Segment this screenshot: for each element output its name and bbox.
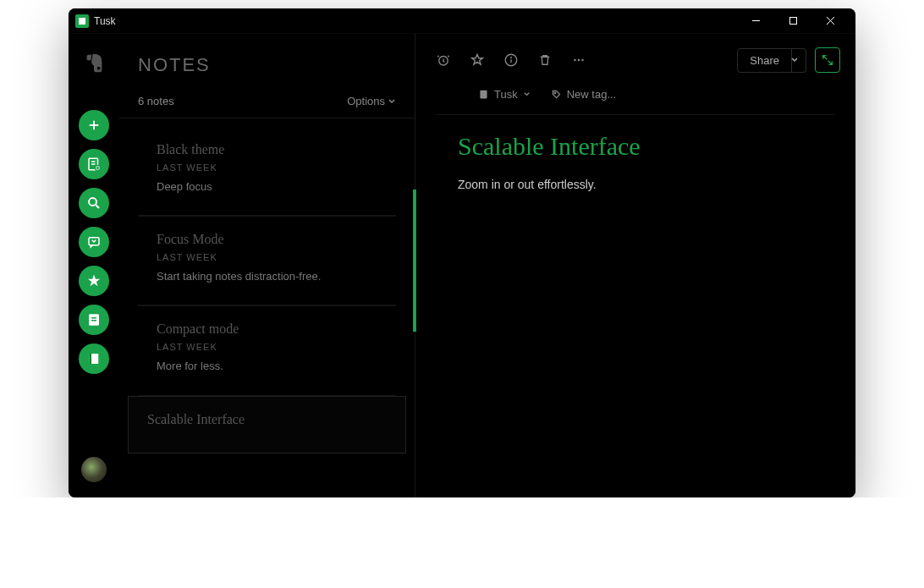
evernote-logo-icon (81, 51, 107, 76)
note-item-selected[interactable]: Scalable Interface (128, 396, 406, 453)
note-list-panel: NOTES 6 notes Options Black theme LAST W… (119, 34, 415, 497)
note-toolbar: Share (415, 34, 855, 81)
note-count: 6 notes (138, 95, 174, 107)
app-icon (75, 14, 89, 28)
list-title: NOTES (138, 54, 396, 76)
maximize-button[interactable] (774, 8, 811, 34)
svg-rect-19 (90, 354, 91, 364)
avatar[interactable] (81, 457, 107, 482)
new-tag-button[interactable]: New tag... (551, 88, 617, 101)
search-button[interactable] (79, 188, 109, 218)
shortcuts-button[interactable] (79, 266, 109, 296)
svg-point-24 (574, 59, 576, 62)
expand-button[interactable] (815, 47, 840, 73)
note-item-snippet: Start taking notes distraction-free. (157, 269, 377, 284)
more-icon[interactable] (571, 52, 586, 68)
new-note-button[interactable] (79, 149, 109, 179)
note-item[interactable]: Black theme LAST WEEK Deep focus (138, 130, 396, 216)
note-detail-panel: Share Tusk New tag... Scalable (415, 34, 855, 497)
new-button[interactable] (79, 110, 109, 140)
note-body[interactable]: Scalable Interface Zoom in or out effort… (415, 115, 855, 211)
notebooks-button[interactable] (79, 343, 109, 374)
options-dropdown[interactable]: Options (347, 95, 396, 107)
notebook-selector[interactable]: Tusk (478, 88, 531, 101)
app-title: Tusk (94, 15, 116, 27)
notes-button[interactable] (79, 305, 109, 335)
note-item-meta: LAST WEEK (157, 252, 377, 262)
svg-point-28 (554, 92, 556, 94)
note-item-meta: LAST WEEK (157, 342, 377, 352)
share-dropdown[interactable] (784, 48, 806, 73)
info-icon[interactable] (503, 52, 519, 68)
svg-rect-27 (480, 91, 487, 99)
svg-point-25 (578, 59, 580, 62)
svg-rect-1 (789, 18, 796, 25)
svg-point-23 (511, 58, 512, 58)
scroll-indicator[interactable] (413, 190, 416, 332)
note-item-snippet: More for less. (157, 359, 377, 374)
trash-icon[interactable] (537, 52, 553, 68)
work-chat-button[interactable] (79, 227, 109, 257)
svg-line-13 (96, 205, 99, 208)
titlebar: Tusk (69, 8, 855, 34)
svg-point-26 (581, 59, 584, 62)
note-item[interactable]: Compact mode LAST WEEK More for less. (138, 305, 396, 395)
note-item-title: Black theme (157, 142, 377, 157)
reminder-icon[interactable] (436, 52, 451, 68)
note-item[interactable]: Focus Mode LAST WEEK Start taking notes … (138, 216, 396, 305)
note-item-title: Compact mode (157, 321, 377, 337)
app-window: Tusk NOTES 6 notes (69, 8, 855, 497)
close-button[interactable] (811, 8, 849, 34)
star-icon[interactable] (470, 52, 485, 68)
note-content[interactable]: Zoom in or out effortlessly. (458, 176, 813, 194)
minimize-button[interactable] (737, 8, 774, 34)
note-list[interactable]: Black theme LAST WEEK Deep focus Focus M… (119, 118, 415, 497)
note-item-title: Scalable Interface (147, 412, 387, 427)
note-item-meta: LAST WEEK (157, 162, 377, 173)
note-item-title: Focus Mode (157, 232, 377, 247)
note-item-snippet: Deep focus (157, 179, 377, 195)
sidebar (69, 34, 119, 497)
note-title-field[interactable]: Scalable Interface (458, 132, 813, 161)
svg-point-12 (89, 198, 96, 206)
note-meta-row: Tusk New tag... (436, 81, 835, 115)
